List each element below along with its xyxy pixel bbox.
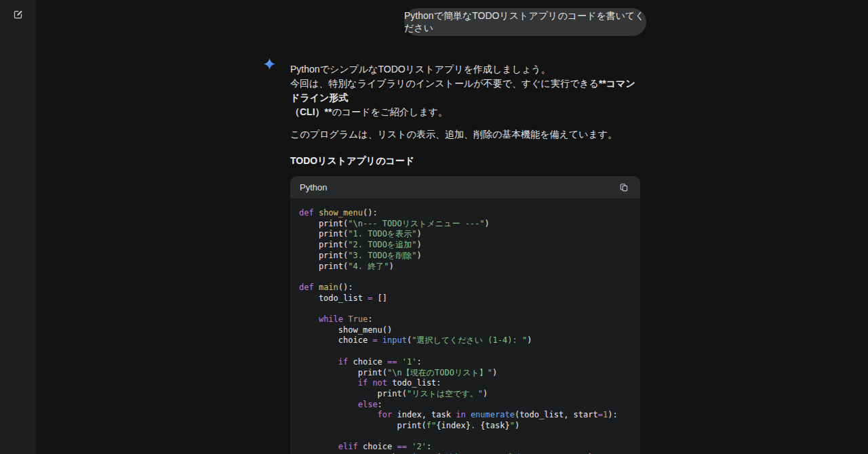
copy-icon [619, 183, 629, 192]
compose-icon [13, 9, 23, 20]
response-heading: TODOリストアプリのコード [290, 154, 642, 168]
code-language-label: Python [300, 182, 327, 192]
gemini-sparkle-icon [263, 58, 276, 70]
new-chat-button[interactable] [9, 5, 26, 23]
assistant-response: PythonでシンプルなTODOリストアプリを作成しましょう。今回は、特別なライ… [290, 62, 642, 454]
response-paragraph-2: このプログラムは、リストの表示、追加、削除の基本機能を備えています。 [290, 127, 642, 142]
user-message-text: Pythonで簡単なTODOリストアプリのコードを書いてください [404, 10, 646, 35]
copy-code-button[interactable] [617, 181, 631, 194]
sidebar [0, 0, 36, 454]
code-block: Python def show_menu(): print("\n--- TOD… [290, 176, 640, 454]
user-message-bubble: Pythonで簡単なTODOリストアプリのコードを書いてください [404, 8, 646, 36]
code-content: def show_menu(): print("\n--- TODOリストメニュ… [290, 199, 640, 454]
code-block-header: Python [290, 176, 640, 199]
response-paragraph-1: PythonでシンプルなTODOリストアプリを作成しましょう。今回は、特別なライ… [290, 62, 642, 119]
